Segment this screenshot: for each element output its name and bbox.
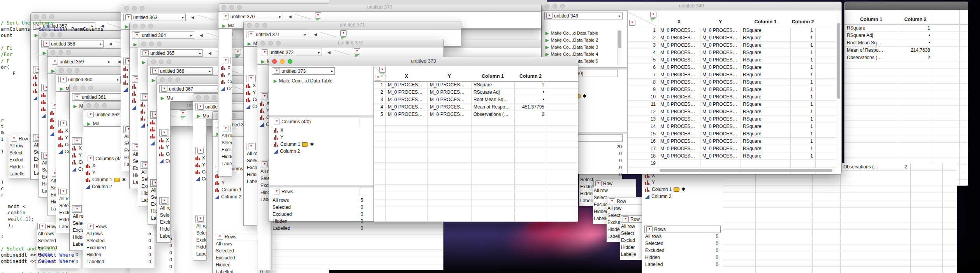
red-triangle-icon[interactable]: ▼ bbox=[134, 32, 140, 38]
cell-column1[interactable]: RSquare bbox=[743, 71, 790, 79]
expand-icon[interactable]: ▸ bbox=[318, 50, 320, 54]
table-row[interactable]: 16 M_0 PROCES… M_0 PROCES… RSquare 1 bbox=[628, 138, 841, 145]
table-panel-header[interactable]: ▼ untitled 370 ▸ bbox=[221, 13, 283, 20]
script-editor-text[interactable]: / Close data table and do not save JMP t… bbox=[1, 270, 220, 273]
column-item[interactable]: Col bbox=[159, 158, 169, 164]
cell-x[interactable]: M_0 PROCES… bbox=[660, 130, 699, 138]
column-item[interactable]: Col bbox=[246, 103, 256, 110]
cell-column2[interactable]: 2 bbox=[899, 54, 930, 61]
cell-x[interactable]: M_0 PROCES… bbox=[388, 103, 427, 111]
red-triangle-icon[interactable]: ▼ bbox=[629, 20, 635, 26]
back-arrow-icon[interactable]: ◀ bbox=[191, 15, 194, 19]
cell-column1[interactable]: Mean of Respo… bbox=[473, 103, 514, 111]
red-triangle-icon[interactable]: ▼ bbox=[74, 206, 80, 212]
back-arrow-icon[interactable]: ◀ bbox=[314, 32, 317, 37]
cell-column2[interactable]: 1 bbox=[793, 123, 813, 130]
column-item[interactable]: Col bbox=[58, 148, 68, 155]
cell-column2[interactable]: • bbox=[899, 39, 930, 47]
cell-rownum[interactable]: 5 bbox=[628, 56, 656, 64]
cell-column1[interactable]: RSquare bbox=[743, 86, 790, 93]
cell-rownum[interactable]: 1 bbox=[374, 81, 383, 89]
table-row[interactable]: RSquare 1 bbox=[845, 24, 968, 32]
rows-panel-header[interactable]: ▼ Row bbox=[195, 215, 205, 222]
script-play-icon[interactable]: ▶ bbox=[545, 45, 549, 50]
cell-rownum[interactable]: 2 bbox=[628, 34, 656, 42]
cell-column1[interactable]: RSquare bbox=[743, 152, 790, 160]
cell-column1[interactable]: RSquare bbox=[847, 24, 897, 32]
column-header-x[interactable]: X bbox=[385, 74, 428, 79]
rows-panel-header[interactable]: ▼ Row bbox=[159, 197, 169, 205]
cell-x[interactable]: M_0 PROCES… bbox=[660, 116, 699, 123]
red-triangle-icon[interactable]: ▼ bbox=[152, 68, 158, 74]
cell-x[interactable]: M_0 PROCES… bbox=[388, 96, 427, 103]
table-row[interactable]: 4 M_0 PROCES… M_0 PROCES… RSquare 1 bbox=[628, 49, 841, 56]
titlebar[interactable]: untitled 349 bbox=[542, 2, 841, 11]
cell-column2[interactable]: 1 bbox=[793, 64, 813, 71]
script-play-icon[interactable]: ▶ bbox=[274, 79, 277, 84]
script-editor-text[interactable]: / Select and deleteombineddt << Select W… bbox=[1, 227, 91, 273]
table-row[interactable]: 7 M_0 PROCES… M_0 PROCES… RSquare 1 bbox=[628, 71, 841, 79]
red-triangle-icon[interactable]: ▼ bbox=[180, 110, 186, 116]
cell-column2[interactable]: 1 bbox=[793, 108, 813, 116]
table-panel-header[interactable]: ▼ untitled 366 ▸ bbox=[150, 67, 213, 75]
cell-rownum[interactable]: 9 bbox=[628, 86, 656, 93]
column-item[interactable]: X bbox=[159, 136, 169, 144]
red-triangle-icon[interactable]: ▼ bbox=[248, 75, 254, 81]
cell-y[interactable]: M_0 PROCES… bbox=[430, 89, 470, 96]
back-arrow-icon[interactable]: ◀ bbox=[200, 33, 203, 37]
script-play-icon[interactable]: ▶ bbox=[545, 31, 549, 36]
scrollbar-thumb[interactable] bbox=[618, 30, 621, 48]
cell-x[interactable]: M_0 PROCES… bbox=[388, 89, 427, 96]
column-item[interactable]: X bbox=[58, 127, 68, 134]
column-item[interactable]: Column 2 bbox=[274, 148, 314, 155]
script-play-icon[interactable]: ▶ bbox=[74, 104, 77, 109]
table-panel-header[interactable]: ▼ untitled 372 ▸ bbox=[260, 49, 322, 56]
scrollbar-thumb[interactable] bbox=[660, 169, 832, 172]
cell-rownum[interactable]: 13 bbox=[628, 116, 656, 123]
cell-rownum[interactable]: 14 bbox=[628, 123, 656, 130]
table-panel-header[interactable]: ▼ untitled 371 ▸ bbox=[246, 31, 308, 38]
cell-y[interactable]: M_0 PROCES… bbox=[702, 64, 740, 71]
red-triangle-icon[interactable]: ▼ bbox=[609, 198, 615, 204]
red-triangle-icon[interactable]: ▼ bbox=[217, 234, 223, 240]
red-triangle-icon[interactable]: ▼ bbox=[223, 14, 229, 19]
red-triangle-icon[interactable]: ▼ bbox=[60, 77, 67, 82]
column-header-column2[interactable]: Column 2 bbox=[790, 19, 815, 24]
column-item[interactable]: Col bbox=[195, 175, 205, 182]
cell-column1[interactable]: RSquare bbox=[743, 116, 790, 123]
cell-x[interactable]: M_0 PROCES… bbox=[660, 56, 699, 64]
cell-x[interactable]: M_0 PROCES… bbox=[660, 138, 699, 145]
table-row[interactable]: 1 M_0 PROCES… M_0 PROCES… RSquare 1 bbox=[628, 27, 841, 34]
script-editor-text[interactable]: rtmi ) bbox=[1, 98, 12, 155]
cell-rownum[interactable]: 7 bbox=[628, 71, 656, 79]
script-play-icon[interactable]: ▶ bbox=[197, 114, 200, 119]
script-play-icon[interactable]: ▶ bbox=[545, 52, 549, 57]
red-triangle-icon[interactable]: ▼ bbox=[60, 189, 67, 194]
titlebar[interactable]: untitled 370 bbox=[218, 4, 541, 12]
table-body[interactable]: 1 M_0 PROCES… M_0 PROCES… RSquare 1 2 M_… bbox=[374, 81, 578, 222]
cell-x[interactable]: M_0 PROCES… bbox=[660, 27, 699, 34]
cell-x[interactable]: M_0 PROCES… bbox=[660, 79, 699, 86]
table-panel-header[interactable]: ▼ untitled 364 ▸ bbox=[132, 32, 194, 39]
cell-column1[interactable]: Root Mean Sq… bbox=[473, 96, 514, 103]
columns-panel-header[interactable]: ▼ Colu bbox=[260, 93, 269, 100]
cell-y[interactable]: M_0 PROCES… bbox=[702, 138, 740, 145]
table-row[interactable]: 5 M_0 PROCES… M_0 PROCES… RSquare 1 bbox=[628, 56, 841, 64]
expand-icon[interactable]: ▸ bbox=[619, 14, 621, 18]
red-triangle-icon[interactable]: ▼ bbox=[650, 12, 656, 18]
cell-y[interactable]: M_0 PROCES… bbox=[430, 111, 470, 118]
cell-y[interactable]: M_0 PROCES… bbox=[702, 116, 740, 123]
cell-column1[interactable]: RSquare bbox=[743, 145, 790, 152]
script-play-icon[interactable]: ▶ bbox=[60, 86, 63, 91]
cell-column2[interactable]: 1 bbox=[793, 86, 813, 93]
table-row[interactable]: 15 M_0 PROCES… M_0 PROCES… RSquare 1 bbox=[628, 130, 841, 138]
cell-y[interactable]: M_0 PROCES… bbox=[702, 145, 740, 152]
columns-panel-header[interactable]: ▼ Colu bbox=[221, 57, 230, 64]
table-row[interactable]: 12 M_0 PROCES… M_0 PROCES… RSquare 1 bbox=[628, 108, 841, 116]
script-play-icon[interactable]: ▶ bbox=[248, 41, 251, 46]
cell-y[interactable]: M_0 PROCES… bbox=[430, 81, 470, 89]
cell-column2[interactable]: 1 bbox=[793, 56, 813, 64]
red-triangle-icon[interactable]: ▼ bbox=[143, 50, 149, 56]
script-play-icon[interactable]: ▶ bbox=[545, 38, 549, 43]
red-triangle-icon[interactable]: ▼ bbox=[88, 112, 94, 117]
